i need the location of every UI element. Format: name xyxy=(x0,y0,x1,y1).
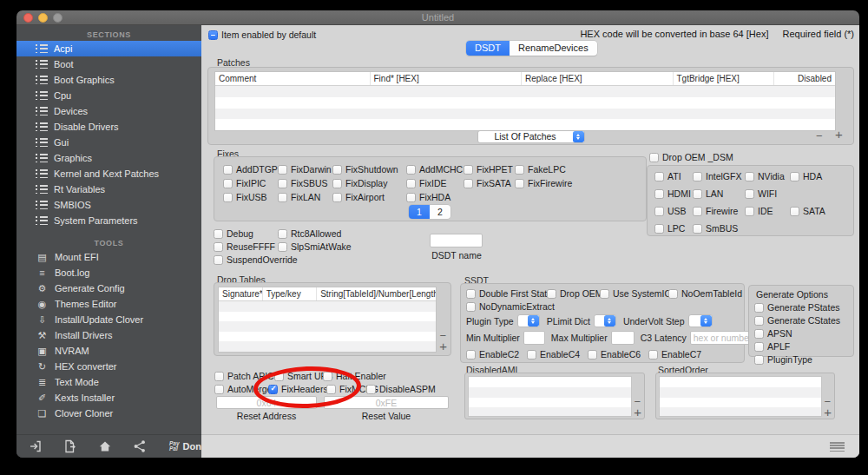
sidebar-item-cpu[interactable]: Cpu xyxy=(16,88,201,103)
sidebar-tool-install-update-clover[interactable]: ⇩Install/Update Clover xyxy=(16,312,201,327)
sidebar-item-smbios[interactable]: SMBIOS xyxy=(16,197,201,213)
checkbox-smbus[interactable]: SmBUS xyxy=(693,222,738,234)
column-header[interactable]: String[TableId]/Number[Length] xyxy=(317,287,436,300)
checkbox-fixsbus[interactable]: FixSBUS xyxy=(278,177,332,189)
checkbox-fixmcfg[interactable]: FixMCFG xyxy=(326,383,366,395)
disabled-aml-add-button[interactable]: + xyxy=(634,408,641,417)
drop-tables-add-button[interactable]: + xyxy=(439,342,447,351)
checkbox-nodynamicextract[interactable]: NoDynamicExtract xyxy=(466,300,555,313)
checkbox-enablec6[interactable]: EnableC6 xyxy=(588,348,648,360)
checkbox-automerge[interactable]: AutoMerge xyxy=(214,383,268,395)
reset-value-input[interactable] xyxy=(324,396,449,409)
home-button[interactable] xyxy=(98,439,112,453)
sidebar-item-gui[interactable]: Gui xyxy=(16,135,201,150)
checkbox-nooemtableid[interactable]: NoOemTableId xyxy=(668,287,742,300)
drop-tables-table[interactable]: Signature* Type/key String[TableId]/Numb… xyxy=(218,287,437,353)
checkbox-hda[interactable]: HDA xyxy=(790,170,822,182)
checkbox-hdmi[interactable]: HDMI xyxy=(654,188,693,200)
export-config-button[interactable] xyxy=(63,439,77,453)
sidebar-item-kernel-and-kext-patches[interactable]: Kernel and Kext Patches xyxy=(16,166,201,181)
checkbox-halt-enabler[interactable]: Halt Enabler xyxy=(323,370,386,382)
sidebar-tool-mount-efi[interactable]: ▤Mount EFI xyxy=(16,249,201,265)
sidebar-tool-hex-converter[interactable]: ↻HEX converter xyxy=(16,359,201,374)
column-header[interactable]: Disabled xyxy=(774,72,835,85)
checkbox-addmchc[interactable]: AddMCHC xyxy=(406,163,464,175)
checkbox-fixsata[interactable]: FixSATA xyxy=(464,177,515,189)
checkbox-slpsmiatwake[interactable]: SlpSmiAtWake xyxy=(278,241,352,253)
checkbox-enablec2[interactable]: EnableC2 xyxy=(466,348,527,360)
checkbox-fixide[interactable]: FixIDE xyxy=(406,177,464,189)
checkbox-lpc[interactable]: LPC xyxy=(654,222,693,234)
checkbox-fixdarwin[interactable]: FixDarwin xyxy=(278,163,332,175)
checkbox-fixfirewire[interactable]: FixFirewire xyxy=(515,177,572,189)
close-window-button[interactable] xyxy=(23,13,33,23)
min-multiplier-input[interactable] xyxy=(523,331,545,345)
sidebar-tool-generate-config[interactable]: ⚙Generate Config xyxy=(16,280,201,296)
checkbox-patch-apic[interactable]: Patch APIC xyxy=(214,370,274,382)
reset-address-input[interactable] xyxy=(216,396,317,409)
checkbox-use-systemio[interactable]: Use SystemIO xyxy=(600,287,668,300)
checkbox-usb[interactable]: USB xyxy=(654,205,693,217)
zoom-window-button[interactable] xyxy=(53,13,62,23)
checkbox-lan[interactable]: LAN xyxy=(693,188,745,200)
checkbox-double-first-state[interactable]: Double First State xyxy=(466,287,547,300)
sidebar-tool-nvram[interactable]: ▣NVRAM xyxy=(16,343,201,359)
list-of-patches-dropdown[interactable]: List Of Patches xyxy=(477,130,585,143)
checkbox-fixheaders[interactable]: FixHeaders xyxy=(268,383,326,395)
sidebar-item-system-parameters[interactable]: System Parameters xyxy=(16,213,201,228)
checkbox-wifi[interactable]: WIFI xyxy=(745,188,777,200)
column-header[interactable]: Comment xyxy=(215,72,371,85)
checkbox-ide[interactable]: IDE xyxy=(745,205,790,217)
checkbox-drop-oem[interactable]: Drop OEM xyxy=(547,287,600,300)
checkbox-fixairport[interactable]: FixAirport xyxy=(332,191,406,203)
sidebar-tool-boot-log[interactable]: ≡Boot.log xyxy=(16,265,201,280)
checkbox-fixusb[interactable]: FixUSB xyxy=(223,191,278,203)
column-header[interactable]: Type/key xyxy=(263,287,318,300)
column-header[interactable]: Replace [HEX] xyxy=(522,72,674,85)
item-enabled-by-default-checkbox[interactable]: Item enabled by default xyxy=(208,29,316,41)
checkbox-intelgfx[interactable]: IntelGFX xyxy=(693,170,745,182)
patches-table[interactable]: Comment Find* [HEX] Replace [HEX] TgtBri… xyxy=(214,71,836,131)
column-header[interactable]: Find* [HEX] xyxy=(371,72,523,85)
checkbox-fixlan[interactable]: FixLAN xyxy=(278,191,332,203)
share-button[interactable] xyxy=(133,439,147,453)
disabled-aml-listbox[interactable]: − + xyxy=(464,373,645,419)
sidebar-item-graphics[interactable]: Graphics xyxy=(16,150,201,166)
minimize-window-button[interactable] xyxy=(38,13,48,23)
checkbox-firewire[interactable]: Firewire xyxy=(693,205,745,217)
checkbox-smart-ups[interactable]: Smart UPS xyxy=(274,370,323,382)
dsdt-name-input[interactable] xyxy=(430,234,483,247)
column-header[interactable]: TgtBridge [HEX] xyxy=(674,72,775,85)
checkbox-aplf[interactable]: APLF xyxy=(754,340,840,353)
fixes-page-1-button[interactable]: 1 xyxy=(409,205,430,219)
checkbox-fixhda[interactable]: FixHDA xyxy=(406,191,450,203)
checkbox-generate-pstates[interactable]: Generate PStates xyxy=(754,301,840,313)
tab-renamedevices[interactable]: RenameDevices xyxy=(510,41,597,56)
checkbox-apsn[interactable]: APSN xyxy=(754,327,840,340)
patches-add-button[interactable]: + xyxy=(835,130,843,139)
checkbox-suspendoverride[interactable]: SuspendOverride xyxy=(214,254,298,266)
checkbox-adddtgp[interactable]: AddDTGP xyxy=(223,163,278,175)
checkbox-nvidia[interactable]: NVidia xyxy=(745,170,790,182)
plugin-type-dropdown[interactable] xyxy=(517,314,540,327)
checkbox-enablec7[interactable]: EnableC7 xyxy=(648,348,701,360)
menu-lines-icon[interactable] xyxy=(830,442,845,452)
checkbox-fixipic[interactable]: FixIPIC xyxy=(223,177,278,189)
sorted-order-listbox[interactable]: − + xyxy=(655,373,835,419)
sidebar-item-boot-graphics[interactable]: Boot Graphics xyxy=(16,72,201,88)
sidebar-tool-install-drivers[interactable]: ⚒Install Drivers xyxy=(16,327,201,343)
import-config-button[interactable] xyxy=(29,439,43,453)
max-multiplier-input[interactable] xyxy=(611,331,635,345)
plimit-dict-dropdown[interactable] xyxy=(594,314,616,327)
patches-remove-button[interactable]: − xyxy=(816,132,823,141)
column-header[interactable]: Signature* xyxy=(219,287,263,300)
sidebar-tool-clover-cloner[interactable]: ❏Clover Cloner xyxy=(16,406,201,421)
checkbox-fakelpc[interactable]: FakeLPC xyxy=(515,163,566,175)
sorted-order-add-button[interactable]: + xyxy=(824,408,832,417)
sidebar-item-acpi[interactable]: Acpi xyxy=(16,41,201,56)
checkbox-disableaspm[interactable]: DisableASPM xyxy=(366,383,436,395)
fixes-page-2-button[interactable]: 2 xyxy=(430,205,450,219)
checkbox-enablec4[interactable]: EnableC4 xyxy=(527,348,588,360)
drop-oem-dsm-checkbox[interactable]: Drop OEM _DSM xyxy=(649,151,733,163)
checkbox-ati[interactable]: ATI xyxy=(654,170,693,182)
